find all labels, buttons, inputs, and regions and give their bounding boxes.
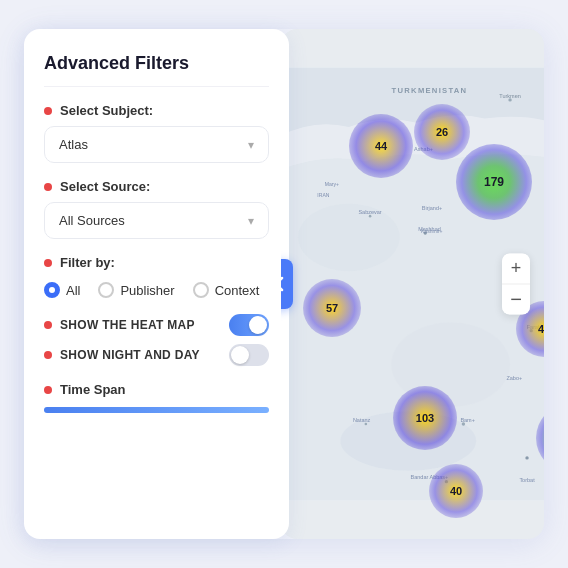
heatmap-toggle[interactable] [229,314,269,336]
svg-text:Torbat: Torbat [519,477,535,483]
radio-all-circle [44,282,60,298]
heatmap-label: SHOW THE HEAT MAP [44,318,195,332]
panel-title: Advanced Filters [44,53,269,87]
svg-point-1 [298,203,400,271]
time-span-section: Time Span [44,382,269,413]
source-chevron-icon: ▾ [248,214,254,228]
map-container: TURKMENISTAN Turkmen Mashhad Sabzevar Fa… [281,29,544,539]
radio-group: All Publisher Context [44,282,269,298]
heatmap-knob [249,316,267,334]
blob-103: 103 [393,386,457,450]
source-dropdown[interactable]: All Sources ▾ [44,202,269,239]
night-knob [231,346,249,364]
blob-40: 40 [429,464,483,518]
source-dot [44,183,52,191]
chevron-left-icon [281,276,284,292]
source-label: Select Source: [44,179,269,194]
night-toggle[interactable] [229,344,269,366]
blob-179: 179 [456,144,532,220]
time-dot [44,386,52,394]
subject-chevron-icon: ▾ [248,138,254,152]
filter-by-label: Filter by: [44,255,269,270]
blob-44: 44 [349,114,413,178]
time-span-label: Time Span [44,382,269,397]
zoom-divider [502,284,530,285]
filter-by-section: Filter by: All Publisher Context [44,255,269,298]
blob-44-label: 44 [375,140,387,152]
radio-all[interactable]: All [44,282,80,298]
subject-section: Select Subject: Atlas ▾ [44,103,269,163]
subject-dot [44,107,52,115]
svg-text:Zabo+: Zabo+ [506,375,522,381]
filter-panel: Advanced Filters Select Subject: Atlas ▾… [24,29,289,539]
radio-publisher[interactable]: Publisher [98,282,174,298]
source-section: Select Source: All Sources ▾ [44,179,269,239]
blob-103-label: 103 [416,412,434,424]
svg-text:TURKMENISTAN: TURKMENISTAN [392,86,468,95]
collapse-button[interactable] [281,259,293,309]
time-span-bar[interactable] [44,407,269,413]
blob-57: 57 [303,279,361,337]
night-row: SHOW NIGHT AND DAY [44,344,269,366]
zoom-out-button[interactable]: − [502,287,530,315]
zoom-in-button[interactable]: + [502,254,530,282]
blob-41-label: 41 [538,323,544,335]
heatmap-dot [44,321,52,329]
blob-40-label: 40 [450,485,462,497]
blob-179-label: 179 [484,175,504,189]
night-dot [44,351,52,359]
zoom-controls: + − [502,254,530,315]
subject-dropdown[interactable]: Atlas ▾ [44,126,269,163]
svg-text:Natanz: Natanz [353,417,371,423]
blob-26: 26 [414,104,470,160]
svg-text:Bam+: Bam+ [460,417,475,423]
night-label: SHOW NIGHT AND DAY [44,348,200,362]
svg-text:IRAN: IRAN [317,192,329,198]
radio-publisher-circle [98,282,114,298]
blob-57-label: 57 [326,302,338,314]
radio-context[interactable]: Context [193,282,260,298]
filter-dot [44,259,52,267]
svg-point-10 [525,456,528,459]
heatmap-section: SHOW THE HEAT MAP SHOW NIGHT AND DAY [44,314,269,366]
svg-text:Sabzevar: Sabzevar [358,209,381,215]
blob-26-label: 26 [436,126,448,138]
svg-text:Turkmen: Turkmen [499,93,521,99]
radio-context-circle [193,282,209,298]
svg-text:Mary+: Mary+ [325,181,339,187]
svg-text:Kashmir+: Kashmir+ [421,228,443,234]
heatmap-row: SHOW THE HEAT MAP [44,314,269,336]
svg-point-7 [369,215,372,218]
main-container: Advanced Filters Select Subject: Atlas ▾… [24,29,544,539]
subject-label: Select Subject: [44,103,269,118]
svg-text:Birjand+: Birjand+ [422,205,442,211]
